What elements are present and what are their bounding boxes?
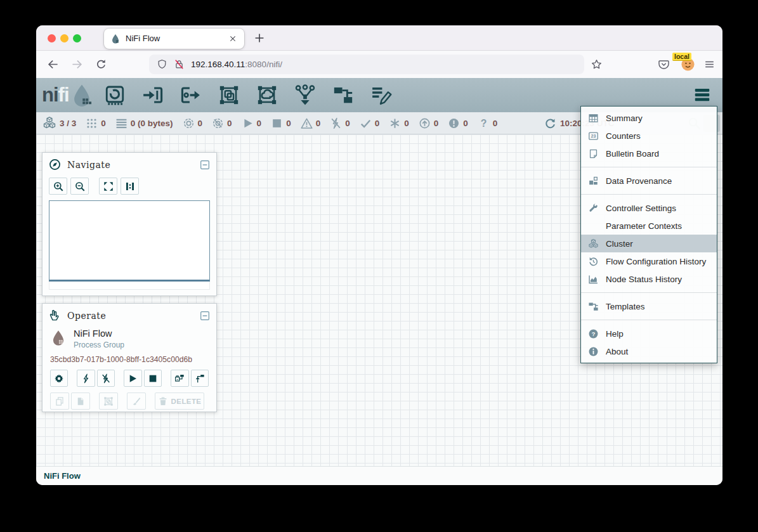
queue-icon [115,117,127,129]
asterisk-icon [389,117,401,129]
node-status-chart-icon [588,274,599,285]
flow-name: NiFi Flow [74,327,124,339]
funnel-icon[interactable] [294,84,316,106]
remote-process-group-icon[interactable] [256,84,278,106]
bookmark-star-icon[interactable] [591,58,603,70]
stopped-icon [271,117,283,129]
menu-item-summary[interactable]: Summary [581,109,717,127]
template-icon[interactable] [332,84,354,106]
flow-id: 35cbd3b7-017b-1000-8bff-1c3405c00d6b [50,355,209,364]
enable-button[interactable] [77,370,95,387]
menu-item-templates[interactable]: Templates [581,297,717,315]
copy-button [50,393,69,410]
nifi-logo: nifi [42,82,94,108]
templates-icon [588,301,599,312]
firefox-menu-icon[interactable] [703,58,716,70]
invalid-warning-icon [301,117,313,129]
draggable-components [104,84,392,106]
delete-button: DELETE [155,393,204,410]
menu-divider [581,167,717,167]
hand-icon [49,309,61,321]
input-port-icon[interactable] [142,84,164,106]
label-icon[interactable] [370,84,392,106]
summary-icon [588,113,599,124]
save-template-icon [174,373,185,384]
processor-icon[interactable] [104,84,126,106]
operate-header: Operate [42,304,216,325]
shield-icon[interactable] [157,59,167,70]
upload-template-button[interactable] [191,370,209,387]
group-button [99,393,118,410]
new-tab-button[interactable] [252,31,266,45]
up-arrow-circle-icon [419,117,431,129]
process-group-drop-icon [50,327,67,348]
collapse-minus-icon[interactable] [200,160,210,170]
zoom-in-button[interactable] [49,178,67,195]
menu-item-about[interactable]: About [581,342,717,360]
save-template-button[interactable] [171,370,188,387]
insecure-lock-icon[interactable] [174,59,185,70]
status-active-threads: 0 [86,117,106,129]
menu-item-cluster[interactable]: Cluster [581,235,717,252]
menu-item-help[interactable]: ?Help [581,325,717,342]
browser-tab[interactable]: NiFi Flow [104,29,244,49]
menu-item-parameter-contexts[interactable]: Parameter Contexts [581,217,717,235]
reload-icon[interactable] [95,58,107,70]
menu-item-bulletin-board[interactable]: Bulletin Board [581,145,717,162]
start-button[interactable] [124,370,141,387]
zoom-actual-button[interactable] [121,178,139,195]
navigate-panel: Navigate [42,152,217,296]
status-cluster: 3 / 3 [42,116,76,130]
question-icon: ? [478,117,490,129]
gear-icon [54,373,64,384]
bulletin-board-icon [588,148,599,159]
window-close-button[interactable] [48,34,56,42]
disable-button[interactable] [97,370,115,387]
wrench-icon [588,203,599,214]
process-group-icon[interactable] [218,84,240,106]
flow-type: Process Group [74,341,124,349]
transmitting-icon [183,117,195,129]
menu-divider [581,320,717,320]
menu-item-controller-settings[interactable]: Controller Settings [581,199,717,217]
zoom-out-icon [74,181,86,192]
bolt-icon [81,373,91,384]
container-tab-badge: local [672,53,691,61]
close-tab-icon[interactable] [228,34,238,44]
copy-icon [55,396,65,406]
back-icon[interactable] [47,58,59,70]
configure-button[interactable] [50,370,68,387]
menu-divider [581,194,717,195]
window-minimize-button[interactable] [60,34,69,42]
pocket-icon[interactable] [658,58,670,70]
status-stopped: 0 [271,117,291,129]
not-transmitting-icon [212,117,224,129]
breadcrumb[interactable]: NiFi Flow [36,466,722,485]
running-icon [242,117,254,129]
navigate-header: Navigate [42,153,216,174]
nifi-global-menu-button[interactable] [690,86,714,103]
menu-item-data-provenance[interactable]: Data Provenance [581,172,717,190]
birdseye-view[interactable] [49,200,210,282]
nifi-logo-text-fi: fi [58,84,69,107]
operate-buttons-row1 [50,370,209,387]
nifi-global-menu: Summary 23Counters Bulletin Board Data P… [580,106,717,363]
collapse-minus-icon[interactable] [200,311,210,321]
play-icon [127,373,138,384]
window-zoom-button[interactable] [73,34,81,42]
output-port-icon[interactable] [180,84,202,106]
birdseye-strip [49,282,210,290]
menu-item-flow-configuration-history[interactable]: Flow Configuration History [581,252,717,270]
check-icon [360,117,372,129]
zoom-fit-button[interactable] [99,178,117,195]
stop-button[interactable] [144,370,162,387]
about-icon [588,346,599,357]
fill-color-button [127,393,146,410]
url-host: 192.168.40.11 [191,60,245,69]
menu-item-counters[interactable]: 23Counters [581,127,717,145]
address-bar[interactable]: 192.168.40.11:8080/nifi/ [149,55,584,74]
menu-divider [581,292,717,293]
zoom-out-button[interactable] [70,178,89,195]
refresh-icon[interactable] [544,117,556,129]
menu-item-node-status-history[interactable]: Node Status History [581,270,717,288]
